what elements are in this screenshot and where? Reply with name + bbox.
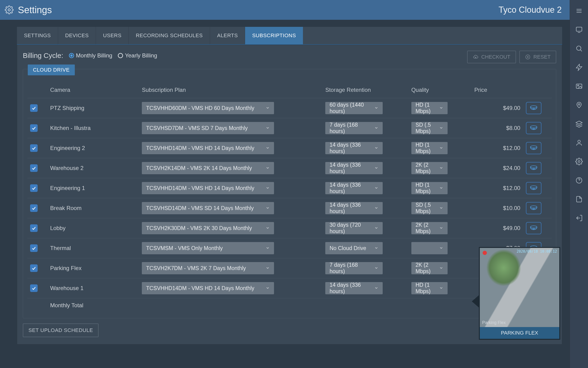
plan-select[interactable]: TCSVHHD14DM - VMS HD 14 Days Monthly <box>142 182 274 194</box>
right-nav-rail <box>570 0 588 368</box>
logout-icon[interactable] <box>575 214 583 222</box>
col-retention: Storage Retention <box>323 83 409 98</box>
quality-select[interactable]: HD (1 Mbps) <box>411 282 448 294</box>
camera-name: Engineering 2 <box>47 138 139 158</box>
plan-select[interactable]: TCSVMSM - VMS Only Monthly <box>142 242 274 254</box>
retention-select[interactable]: 60 days (1440 hours) <box>325 102 383 114</box>
col-price: Price <box>472 83 523 98</box>
retention-select[interactable]: 14 days (336 hours) <box>325 282 383 294</box>
table-row: Engineering 1 TCSVHHD14DM - VMS HD 14 Da… <box>27 178 552 198</box>
retention-select[interactable]: 7 days (168 hours) <box>325 122 383 134</box>
monthly-total-label: Monthly Total <box>47 298 139 313</box>
retention-select[interactable]: 14 days (336 hours) <box>325 202 383 214</box>
table-row: PTZ Shipping TCSVHHD60DM - VMS HD 60 Day… <box>27 98 552 118</box>
preview-camera-button[interactable] <box>526 122 541 134</box>
plan-select[interactable]: TCSVH2K14DM - VMS 2K 14 Days Monthly <box>142 162 274 174</box>
row-checkbox[interactable] <box>30 264 38 272</box>
svg-point-15 <box>533 228 534 229</box>
plan-select[interactable]: TCSVHSD14DM - VMS SD 14 Days Monthly <box>142 202 274 214</box>
plan-select[interactable]: TCSVHHD14DM - VMS HD 14 Days Monthly <box>142 282 274 294</box>
quality-select[interactable]: SD (.5 Mbps) <box>411 202 448 214</box>
row-checkbox[interactable] <box>30 244 38 252</box>
preview-camera-button[interactable] <box>526 222 541 234</box>
chevron-down-icon <box>439 265 443 271</box>
preview-timestamp: 2020/09/18 10:08:12 <box>517 249 557 254</box>
bolt-icon[interactable] <box>575 63 583 72</box>
preview-camera-button[interactable] <box>526 102 541 114</box>
row-checkbox[interactable] <box>30 224 38 232</box>
quality-select[interactable]: 2K (2 Mbps) <box>411 222 448 234</box>
svg-point-34 <box>578 140 580 143</box>
svg-rect-25 <box>576 27 582 31</box>
set-upload-schedule-button[interactable]: SET UPLOAD SCHEDULE <box>23 323 98 337</box>
row-checkbox[interactable] <box>30 124 38 132</box>
search-icon[interactable] <box>575 44 583 53</box>
svg-point-11 <box>533 188 534 189</box>
quality-select[interactable]: HD (1 Mbps) <box>411 102 448 114</box>
quality-select[interactable]: SD (.5 Mbps) <box>411 122 448 134</box>
camera-name: Warehouse 1 <box>47 278 139 298</box>
row-checkbox[interactable] <box>30 164 38 172</box>
quality-select[interactable]: 2K (2 Mbps) <box>411 162 448 174</box>
chevron-down-icon <box>439 165 443 171</box>
preview-camera-button[interactable] <box>526 142 541 154</box>
quality-select[interactable] <box>411 242 448 254</box>
retention-select[interactable]: 14 days (336 hours) <box>325 142 383 154</box>
svg-point-13 <box>533 208 534 209</box>
plan-select[interactable]: TCSVHSD7DM - VMS SD 7 Days Monthly <box>142 122 274 134</box>
tab-recording-schedules[interactable]: RECORDING SCHEDULES <box>129 27 210 44</box>
preview-camera-button[interactable] <box>526 202 541 214</box>
plan-select[interactable]: TCSVHHD14DM - VMS HD 14 Days Monthly <box>142 142 274 154</box>
retention-select[interactable]: No Cloud Drive <box>325 242 383 254</box>
checkout-button[interactable]: CHECKOUT <box>467 51 516 63</box>
pin-icon[interactable] <box>575 101 583 109</box>
note-icon[interactable] <box>575 195 583 203</box>
quality-select[interactable]: 2K (2 Mbps) <box>411 262 448 274</box>
help-icon[interactable] <box>575 176 583 184</box>
chevron-down-icon <box>374 165 378 171</box>
tab-bar: SETTINGSDEVICESUSERSRECORDING SCHEDULESA… <box>17 27 562 45</box>
preview-image-label: Parking Flex <box>482 320 506 325</box>
tab-devices[interactable]: DEVICES <box>58 27 96 44</box>
top-bar: Settings Tyco Cloudvue 2 <box>0 0 570 20</box>
row-checkbox[interactable] <box>30 285 38 292</box>
menu-icon[interactable] <box>575 7 583 15</box>
layers-icon[interactable] <box>575 120 583 128</box>
chevron-down-icon <box>265 225 270 231</box>
retention-select[interactable]: 14 days (336 hours) <box>325 182 383 194</box>
chevron-down-icon <box>374 105 378 111</box>
plan-select[interactable]: TCSVH2K7DM - VMS 2K 7 Days Monthly <box>142 262 274 274</box>
chevron-down-icon <box>439 225 443 231</box>
table-row: Engineering 2 TCSVHHD14DM - VMS HD 14 Da… <box>27 138 552 158</box>
billing-yearly-radio[interactable]: Yearly Billing <box>118 52 157 59</box>
billing-monthly-radio[interactable]: Monthly Billing <box>69 52 113 59</box>
gear-icon[interactable] <box>575 157 583 166</box>
plan-select[interactable]: TCSVH2K30DM - VMS 2K 30 Days Monthly <box>142 222 274 234</box>
chevron-down-icon <box>374 185 378 191</box>
quality-select[interactable]: HD (1 Mbps) <box>411 182 448 194</box>
quality-select[interactable]: HD (1 Mbps) <box>411 142 448 154</box>
row-checkbox[interactable] <box>30 144 38 152</box>
user-icon[interactable] <box>575 138 583 147</box>
preview-camera-button[interactable] <box>526 182 541 194</box>
monitor-icon[interactable] <box>575 25 583 34</box>
tab-users[interactable]: USERS <box>96 27 129 44</box>
image-icon[interactable] <box>575 82 583 90</box>
plan-select[interactable]: TCSVHHD60DM - VMS HD 60 Days Monthly <box>142 102 274 114</box>
camera-name: Kitchen - Illustra <box>47 118 139 138</box>
retention-select[interactable]: 14 days (336 hours) <box>325 162 383 174</box>
row-checkbox[interactable] <box>30 104 38 112</box>
camera-name: Warehouse 2 <box>47 158 139 178</box>
row-checkbox[interactable] <box>30 184 38 192</box>
tab-alerts[interactable]: ALERTS <box>210 27 245 44</box>
retention-select[interactable]: 30 days (720 hours) <box>325 222 383 234</box>
svg-point-5 <box>533 128 534 129</box>
tab-subscriptions[interactable]: SUBSCRIPTIONS <box>245 27 303 44</box>
retention-select[interactable]: 7 days (168 hours) <box>325 262 383 274</box>
reset-button[interactable]: RESET <box>519 51 556 63</box>
tab-settings[interactable]: SETTINGS <box>17 27 58 44</box>
svg-point-9 <box>533 168 534 169</box>
preview-camera-button[interactable] <box>526 162 541 174</box>
record-indicator-icon <box>483 251 487 255</box>
row-checkbox[interactable] <box>30 204 38 212</box>
